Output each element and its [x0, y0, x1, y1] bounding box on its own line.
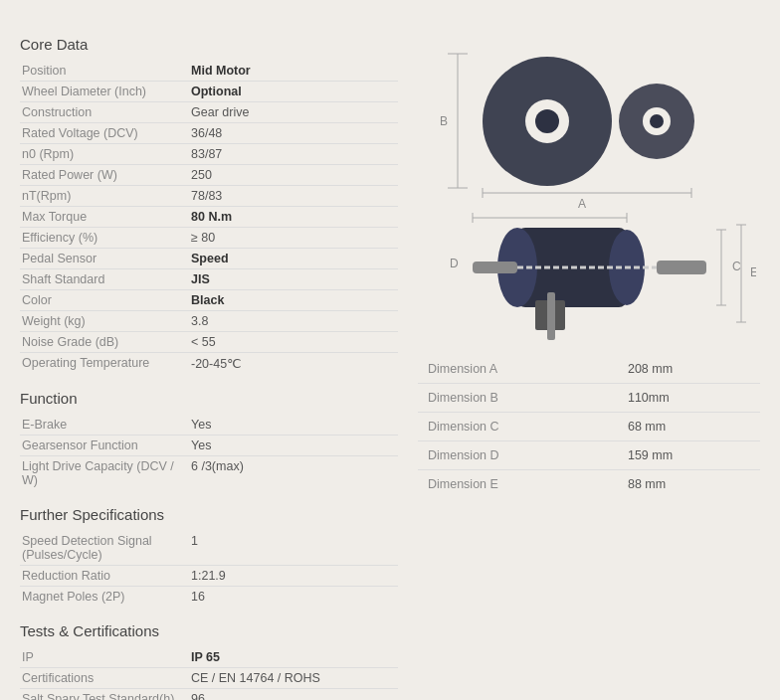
- svg-text:A: A: [578, 197, 586, 211]
- dim-value: 159 mm: [618, 441, 760, 470]
- spec-label: Gearsensor Function: [20, 436, 189, 456]
- table-row: Reduction Ratio1:21.9: [20, 566, 398, 587]
- spec-value: 250: [189, 165, 398, 186]
- table-row: IPIP 65: [20, 647, 398, 668]
- spec-label: IP: [20, 647, 189, 668]
- spec-value: 16: [189, 587, 398, 608]
- list-item: Dimension E88 mm: [418, 470, 760, 499]
- spec-label: Magnet Poles (2P): [20, 587, 189, 608]
- svg-rect-19: [657, 261, 706, 274]
- spec-label: Noise Grade (dB): [20, 332, 189, 353]
- table-row: Wheel Diameter (Inch)Optional: [20, 82, 398, 102]
- dimensions-table: Dimension A208 mmDimension B110mmDimensi…: [418, 355, 760, 498]
- group-title-further: Further Specifications: [20, 506, 398, 523]
- spec-label: Construction: [20, 102, 189, 123]
- spec-value: 36/48: [189, 123, 398, 144]
- group-title-core: Core Data: [20, 36, 398, 53]
- dim-label: Dimension E: [418, 470, 618, 499]
- spec-label: Certifications: [20, 668, 189, 689]
- table-row: Rated Voltage (DCV)36/48: [20, 123, 398, 144]
- spec-label: Operating Temperature: [20, 353, 189, 375]
- table-row: nT(Rpm)78/83: [20, 186, 398, 207]
- specifications-panel: Core DataPositionMid MotorWheel Diameter…: [20, 20, 398, 700]
- table-row: Operating Temperature-20-45℃: [20, 353, 398, 375]
- table-row: Gearsensor FunctionYes: [20, 436, 398, 456]
- table-row: Weight (kg)3.8: [20, 311, 398, 332]
- spec-label: Rated Power (W): [20, 165, 189, 186]
- svg-text:D: D: [450, 257, 459, 270]
- list-item: Dimension A208 mm: [418, 355, 760, 384]
- svg-text:B: B: [440, 114, 448, 128]
- table-row: ConstructionGear drive: [20, 102, 398, 123]
- spec-value: ≥ 80: [189, 228, 398, 249]
- dim-label: Dimension A: [418, 355, 618, 384]
- dim-label: Dimension B: [418, 384, 618, 413]
- spec-value: 1:21.9: [189, 566, 398, 587]
- spec-value: 6 /3(max): [189, 456, 398, 491]
- spec-value: 1: [189, 531, 398, 566]
- dimensions-panel: B A: [418, 20, 760, 700]
- table-row: n0 (Rpm)83/87: [20, 144, 398, 165]
- spec-value: Yes: [189, 436, 398, 456]
- list-item: Dimension B110mm: [418, 384, 760, 413]
- spec-value: Optional: [189, 82, 398, 102]
- dim-value: 208 mm: [618, 355, 760, 384]
- dim-value: 110mm: [618, 384, 760, 413]
- spec-table-tests: IPIP 65CertificationsCE / EN 14764 / ROH…: [20, 647, 398, 700]
- table-row: Rated Power (W)250: [20, 165, 398, 186]
- dim-value: 88 mm: [618, 470, 760, 499]
- table-row: Magnet Poles (2P)16: [20, 587, 398, 608]
- table-row: Shaft StandardJIS: [20, 269, 398, 290]
- table-row: PositionMid Motor: [20, 61, 398, 82]
- group-title-function: Function: [20, 390, 398, 407]
- spec-label: nT(Rpm): [20, 186, 189, 207]
- dim-label: Dimension D: [418, 441, 618, 470]
- spec-value: 80 N.m: [189, 207, 398, 228]
- table-row: Efficiency (%)≥ 80: [20, 228, 398, 249]
- spec-value: Gear drive: [189, 102, 398, 123]
- list-item: Dimension D159 mm: [418, 441, 760, 470]
- table-row: CertificationsCE / EN 14764 / ROHS: [20, 668, 398, 689]
- spec-label: Light Drive Capacity (DCV / W): [20, 456, 189, 491]
- spec-value: Speed: [189, 249, 398, 269]
- table-row: Speed Detection Signal (Pulses/Cycle)1: [20, 531, 398, 566]
- motor-diagram: B A: [418, 34, 760, 345]
- svg-point-9: [650, 114, 664, 128]
- svg-text:C: C: [732, 260, 741, 273]
- spec-value: 96: [189, 689, 398, 701]
- spec-label: Shaft Standard: [20, 269, 189, 290]
- spec-value: 3.8: [189, 311, 398, 332]
- spec-table-core: PositionMid MotorWheel Diameter (Inch)Op…: [20, 61, 398, 374]
- dim-label: Dimension C: [418, 413, 618, 441]
- svg-point-6: [535, 109, 559, 133]
- spec-table-further: Speed Detection Signal (Pulses/Cycle)1Re…: [20, 531, 398, 607]
- svg-rect-21: [547, 292, 555, 340]
- spec-label: Pedal Sensor: [20, 249, 189, 269]
- spec-value: Black: [189, 290, 398, 311]
- table-row: Pedal SensorSpeed: [20, 249, 398, 269]
- spec-label: Max Torque: [20, 207, 189, 228]
- table-row: ColorBlack: [20, 290, 398, 311]
- list-item: Dimension C68 mm: [418, 413, 760, 441]
- spec-value: JIS: [189, 269, 398, 290]
- table-row: Max Torque80 N.m: [20, 207, 398, 228]
- spec-label: Position: [20, 61, 189, 82]
- spec-label: E-Brake: [20, 415, 189, 436]
- spec-value: Yes: [189, 415, 398, 436]
- spec-label: Reduction Ratio: [20, 566, 189, 587]
- spec-label: Wheel Diameter (Inch): [20, 82, 189, 102]
- svg-rect-18: [473, 262, 517, 273]
- spec-value: 78/83: [189, 186, 398, 207]
- spec-value: -20-45℃: [189, 353, 398, 375]
- spec-value: < 55: [189, 332, 398, 353]
- table-row: Noise Grade (dB)< 55: [20, 332, 398, 353]
- spec-label: n0 (Rpm): [20, 144, 189, 165]
- spec-label: Efficiency (%): [20, 228, 189, 249]
- table-row: E-BrakeYes: [20, 415, 398, 436]
- spec-value: IP 65: [189, 647, 398, 668]
- spec-label: Rated Voltage (DCV): [20, 123, 189, 144]
- group-title-tests: Tests & Certifications: [20, 622, 398, 639]
- spec-label: Weight (kg): [20, 311, 189, 332]
- svg-text:E: E: [750, 265, 756, 279]
- spec-value: 83/87: [189, 144, 398, 165]
